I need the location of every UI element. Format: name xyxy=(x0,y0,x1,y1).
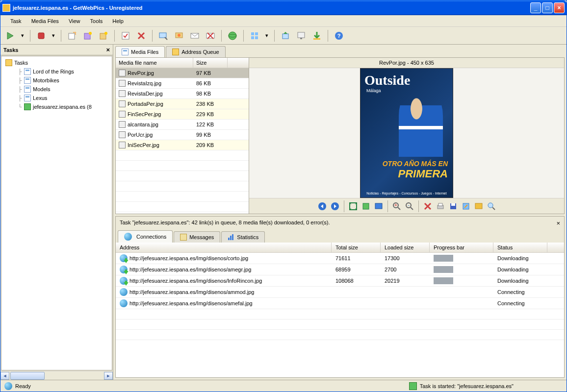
scroll-thumb[interactable] xyxy=(10,372,45,380)
file-row[interactable]: PortadaPer.jpg238 KB xyxy=(116,99,249,109)
block-button[interactable] xyxy=(204,29,217,43)
progress-bar xyxy=(434,255,453,262)
connection-row[interactable]: http://jefesuarez.iespana.es/Img/disenos… xyxy=(116,275,564,287)
world-button[interactable] xyxy=(226,29,239,43)
new-picture-task-button[interactable] xyxy=(97,29,110,43)
file-row[interactable]: RevPor.jpg97 KB xyxy=(116,68,249,78)
browse-button[interactable] xyxy=(156,29,170,43)
tree-root[interactable]: Tasks xyxy=(3,58,110,67)
play-button[interactable] xyxy=(3,29,17,43)
file-grid-header: Media file name Size xyxy=(116,58,249,68)
file-row[interactable]: alcantara.jpg122 KB xyxy=(116,120,249,130)
tab-media-files[interactable]: Media Files xyxy=(115,46,165,57)
delete-button[interactable] xyxy=(134,29,148,43)
maximize-button[interactable]: □ xyxy=(542,2,553,13)
col-total-size[interactable]: Total size xyxy=(332,243,381,252)
tree-item[interactable]: ├Lexus xyxy=(3,94,110,102)
file-row[interactable]: FinSecPer.jpg229 KB xyxy=(116,109,249,120)
help-button[interactable]: ? xyxy=(332,29,346,43)
check-button[interactable] xyxy=(119,29,132,43)
new-task-button[interactable] xyxy=(65,29,79,43)
scroll-left-icon[interactable]: ◄ xyxy=(0,372,9,380)
file-row[interactable]: RevistaDer.jpg98 KB xyxy=(116,89,249,99)
close-button[interactable]: × xyxy=(554,2,565,13)
layout-dropdown[interactable]: ▾ xyxy=(263,29,270,43)
tree-item[interactable]: └jefesuarez.iespana.es (8 xyxy=(3,102,110,111)
col-size[interactable]: Size xyxy=(193,58,228,68)
tab-messages[interactable]: Messages xyxy=(174,231,220,243)
zoom-in-button[interactable]: + xyxy=(391,200,403,212)
titlebar[interactable]: jefesuarez.iespana.es - GetWebPics - Unr… xyxy=(0,0,567,15)
file-row[interactable]: RevistaIzq.jpg86 KB xyxy=(116,78,249,89)
menu-view[interactable]: View xyxy=(64,17,85,25)
page-icon xyxy=(24,86,31,93)
tasks-tree[interactable]: Tasks ├Lord of the Rings├Motorbikes├Mode… xyxy=(1,56,112,370)
task-icon xyxy=(24,103,31,110)
svg-rect-28 xyxy=(375,203,382,209)
mail-button[interactable] xyxy=(188,29,202,43)
col-progress[interactable]: Progress bar xyxy=(430,243,493,252)
menu-media-files[interactable]: Media Files xyxy=(26,17,64,25)
download-button[interactable] xyxy=(310,29,324,43)
tasks-panel-close-icon[interactable]: × xyxy=(106,46,110,53)
export-button[interactable] xyxy=(279,29,292,43)
tab-connections[interactable]: Connections xyxy=(118,230,173,243)
wallpaper-button[interactable] xyxy=(473,200,485,212)
tree-item[interactable]: ├Motorbikes xyxy=(3,76,110,85)
svg-point-9 xyxy=(178,34,180,37)
stop-button[interactable] xyxy=(34,29,48,43)
connection-row[interactable]: http://jefesuarez.iespana.es/Img/disenos… xyxy=(116,287,564,298)
file-icon xyxy=(119,131,126,138)
screen-button[interactable] xyxy=(294,29,308,43)
scroll-right-icon[interactable]: ► xyxy=(104,372,113,380)
delete-image-button[interactable] xyxy=(422,200,434,212)
minimize-button[interactable]: _ xyxy=(530,2,541,13)
play-dropdown[interactable]: ▾ xyxy=(19,29,26,43)
svg-rect-17 xyxy=(255,36,258,39)
search-image-button[interactable] xyxy=(486,200,497,212)
page-icon xyxy=(24,95,31,101)
next-button[interactable] xyxy=(329,200,341,212)
svg-rect-34 xyxy=(438,203,442,206)
statistics-icon xyxy=(228,234,234,241)
menu-help[interactable]: Help xyxy=(107,17,129,25)
download-icon xyxy=(120,266,128,273)
sidebar-scrollbar[interactable]: ◄ ► xyxy=(0,371,113,380)
filter-button[interactable] xyxy=(172,29,186,43)
svg-rect-42 xyxy=(232,234,233,240)
col-status[interactable]: Status xyxy=(493,243,547,252)
prev-button[interactable] xyxy=(316,200,328,212)
tasks-panel-header: Tasks × xyxy=(0,45,113,55)
media-icon xyxy=(122,49,129,55)
col-media-name[interactable]: Media file name xyxy=(116,58,193,68)
connection-row[interactable]: http://jefesuarez.iespana.es/Img/disenos… xyxy=(116,298,564,309)
col-loaded-size[interactable]: Loaded size xyxy=(381,243,430,252)
tree-item[interactable]: ├Lord of the Rings xyxy=(3,67,110,76)
connections-icon xyxy=(124,233,132,241)
new-task-wizard-button[interactable] xyxy=(81,29,95,43)
task-status-close-icon[interactable]: × xyxy=(556,220,560,227)
actual-size-button[interactable] xyxy=(360,200,372,212)
edit-button[interactable] xyxy=(460,200,472,212)
zoom-out-button[interactable]: - xyxy=(404,200,415,212)
file-row[interactable]: PorUcr.jpg99 KB xyxy=(116,130,249,140)
save-button[interactable] xyxy=(447,200,459,212)
file-icon xyxy=(119,90,126,97)
fullscreen-button[interactable] xyxy=(373,200,385,212)
file-row[interactable]: IniSecPer.jpg209 KB xyxy=(116,140,249,150)
tree-item[interactable]: ├Models xyxy=(3,85,110,94)
stop-dropdown[interactable]: ▾ xyxy=(50,29,57,43)
connection-row[interactable]: http://jefesuarez.iespana.es/Img/disenos… xyxy=(116,264,564,275)
menu-task[interactable]: Task xyxy=(5,17,26,25)
preview-toolbar: + - xyxy=(249,198,564,214)
svg-rect-1 xyxy=(69,33,75,39)
layout-button[interactable] xyxy=(248,29,261,43)
tab-address-queue[interactable]: Address Queue xyxy=(166,46,225,57)
print-button[interactable] xyxy=(435,200,446,212)
col-address[interactable]: Address xyxy=(116,243,332,252)
tab-statistics[interactable]: Statistics xyxy=(221,231,265,243)
task-status-icon xyxy=(409,382,417,390)
fit-button[interactable] xyxy=(347,200,359,212)
menu-tools[interactable]: Tools xyxy=(85,17,108,25)
connection-row[interactable]: http://jefesuarez.iespana.es/Img/disenos… xyxy=(116,253,564,264)
